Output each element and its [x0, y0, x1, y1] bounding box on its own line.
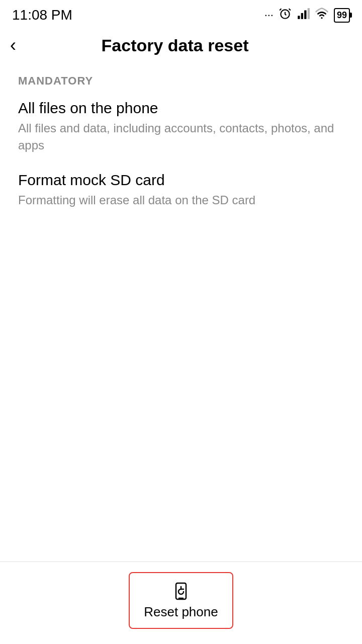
svg-point-5	[321, 17, 322, 19]
svg-rect-2	[301, 13, 303, 19]
list-item-subtitle-all-files: All files and data, including accounts, …	[18, 120, 344, 153]
status-bar: 11:08 PM ···	[0, 0, 362, 28]
toolbar: ‹ Factory data reset	[0, 28, 362, 64]
signal-icon	[297, 7, 310, 23]
list-item-sd-card: Format mock SD card Formatting will eras…	[18, 172, 344, 209]
more-dots-icon: ···	[264, 9, 274, 22]
status-icons: ··· 99	[264, 7, 350, 23]
list-item-all-files: All files on the phone All files and dat…	[18, 100, 344, 153]
svg-rect-3	[304, 11, 306, 19]
list-item-title-sd-card: Format mock SD card	[18, 172, 344, 189]
reset-phone-button[interactable]: Reset phone	[129, 572, 233, 629]
status-time: 11:08 PM	[12, 7, 72, 23]
bottom-bar: Reset phone	[0, 561, 362, 644]
svg-rect-4	[308, 8, 310, 19]
back-button[interactable]: ‹	[10, 36, 16, 54]
list-item-subtitle-sd-card: Formatting will erase all data on the SD…	[18, 192, 344, 209]
list-item-title-all-files: All files on the phone	[18, 100, 344, 117]
wifi-icon	[315, 7, 329, 23]
content-area: MANDATORY All files on the phone All fil…	[0, 64, 362, 209]
reset-phone-label: Reset phone	[144, 604, 218, 620]
reset-icon	[171, 581, 191, 601]
svg-rect-1	[298, 16, 300, 19]
battery-icon: 99	[334, 8, 350, 23]
svg-rect-6	[176, 583, 186, 599]
section-label: MANDATORY	[18, 74, 344, 88]
page-title: Factory data reset	[24, 36, 326, 55]
alarm-icon	[279, 7, 292, 23]
